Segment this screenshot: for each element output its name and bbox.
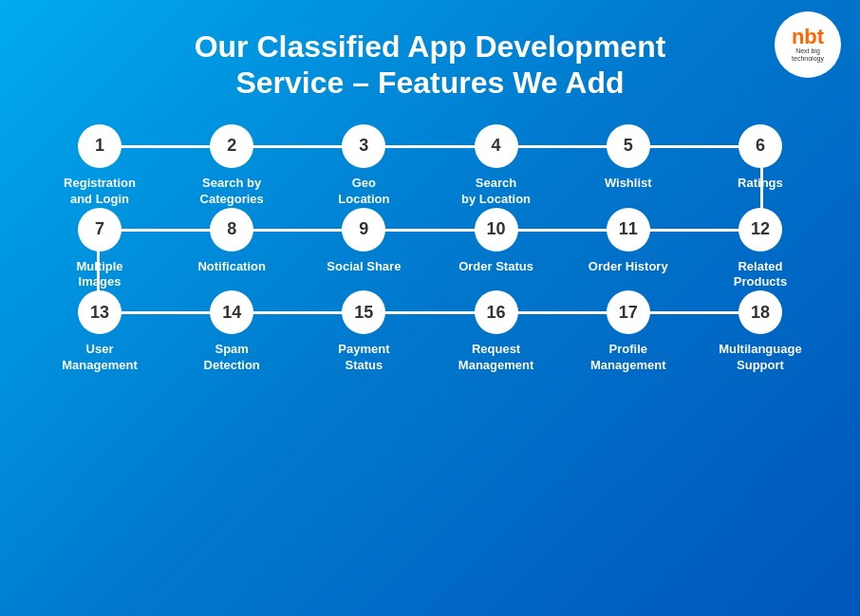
feature-item-5: 5Wishlist: [567, 124, 690, 192]
logo-text: nbt: [792, 27, 824, 47]
label-7: Multiple Images: [76, 259, 122, 291]
label-2: Search by Categories: [200, 176, 264, 208]
label-14: Spam Detection: [204, 342, 260, 374]
logo: nbt Next bigtechnology: [775, 11, 841, 78]
circle-11: 11: [607, 208, 650, 252]
circle-15: 15: [342, 290, 385, 334]
label-11: Order History: [589, 259, 668, 275]
feature-item-8: 8Notification: [170, 208, 293, 275]
circle-4: 4: [475, 124, 518, 168]
feature-row-2: 7Multiple Images8Notification9Social Sha…: [38, 208, 822, 291]
circle-14: 14: [210, 290, 253, 334]
circle-1: 1: [78, 124, 122, 168]
label-13: User Management: [62, 342, 137, 374]
feature-item-11: 11Order History: [567, 208, 690, 275]
circle-13: 13: [78, 290, 122, 334]
feature-item-9: 9Social Share: [302, 208, 425, 275]
label-12: Related Products: [734, 259, 787, 291]
feature-item-7: 7Multiple Images: [38, 208, 161, 291]
circle-18: 18: [738, 290, 782, 334]
circle-17: 17: [607, 290, 650, 334]
feature-item-12: 12Related Products: [699, 208, 822, 291]
circle-12: 12: [738, 208, 782, 252]
label-18: Multilanguage Support: [719, 342, 801, 374]
circle-9: 9: [342, 208, 385, 252]
page-title: Our Classified App Development Service –…: [195, 28, 666, 102]
logo-subtitle: Next bigtechnology: [792, 47, 824, 64]
label-15: Payment Status: [338, 342, 389, 374]
label-17: Profile Management: [590, 342, 665, 374]
feature-item-17: 17Profile Management: [567, 290, 690, 374]
circle-2: 2: [210, 124, 253, 168]
label-8: Notification: [197, 259, 266, 275]
feature-item-2: 2Search by Categories: [170, 124, 293, 208]
feature-item-1: 1Registration and Login: [38, 124, 161, 208]
feature-item-14: 14Spam Detection: [170, 290, 293, 374]
features-section: 1Registration and Login2Search by Catego…: [38, 124, 822, 374]
label-3: Geo Location: [338, 176, 389, 208]
label-6: Ratings: [738, 176, 783, 192]
circle-8: 8: [210, 208, 253, 252]
feature-item-16: 16Request Management: [435, 290, 558, 374]
label-5: Wishlist: [605, 176, 652, 192]
label-9: Social Share: [327, 259, 401, 275]
circle-16: 16: [475, 290, 518, 334]
label-4: Search by Location: [461, 176, 531, 208]
feature-item-3: 3Geo Location: [302, 124, 425, 208]
feature-item-18: 18Multilanguage Support: [699, 290, 822, 374]
label-1: Registration and Login: [64, 176, 136, 208]
circle-3: 3: [342, 124, 385, 168]
feature-row-1: 1Registration and Login2Search by Catego…: [38, 124, 822, 208]
feature-item-10: 10Order Status: [435, 208, 558, 275]
circle-10: 10: [475, 208, 518, 252]
feature-item-13: 13User Management: [38, 290, 161, 374]
main-container: nbt Next bigtechnology Our Classified Ap…: [0, 0, 860, 616]
feature-item-15: 15Payment Status: [302, 290, 425, 374]
label-16: Request Management: [458, 342, 533, 374]
feature-row-3: 13User Management14Spam Detection15Payme…: [38, 290, 822, 374]
circle-5: 5: [607, 124, 650, 168]
circle-7: 7: [78, 208, 122, 252]
circle-6: 6: [738, 124, 782, 168]
feature-item-4: 4Search by Location: [435, 124, 558, 208]
label-10: Order Status: [458, 259, 533, 275]
feature-item-6: 6Ratings: [699, 124, 822, 192]
